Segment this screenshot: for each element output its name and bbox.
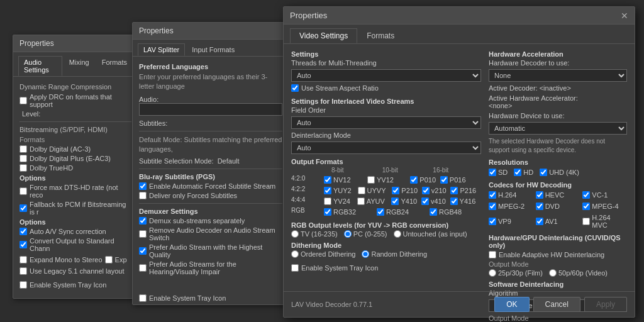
dithering-radio-group: Ordered Dithering Random Dithering <box>291 250 481 258</box>
tab-input-formats[interactable]: Input Formats <box>186 43 240 56</box>
main-enable-tray-checkbox[interactable] <box>291 264 299 272</box>
deinterlacing-select[interactable]: Auto <box>291 142 481 154</box>
chk-yuy2[interactable] <box>324 187 331 194</box>
expand-e-checkbox[interactable] <box>105 256 113 264</box>
chk-rgb24[interactable] <box>377 208 384 216</box>
convert-output-checkbox[interactable] <box>19 241 27 248</box>
field-order-select[interactable]: Auto <box>291 116 481 129</box>
cell-yv24: YV24 <box>324 196 356 206</box>
chk-v410[interactable] <box>421 197 429 205</box>
formats-header: 8-bit 10-bit 16-bit <box>291 167 481 174</box>
chk-rgb32[interactable] <box>324 208 331 216</box>
dialog2-enable-tray-checkbox[interactable] <box>139 294 147 302</box>
cell-rgb48: RGB48 <box>430 207 481 217</box>
hw-device-select[interactable]: Automatic <box>489 122 627 135</box>
chk-p216[interactable] <box>450 187 458 194</box>
hw-video-radio[interactable] <box>549 269 557 277</box>
codec-dvd-checkbox[interactable] <box>536 203 543 210</box>
codec-hevc-checkbox[interactable] <box>536 191 543 199</box>
tab-mixing[interactable]: Mixing <box>64 56 95 76</box>
codec-av1-checkbox[interactable] <box>536 218 543 225</box>
dolby-digital-checkbox[interactable] <box>19 145 27 153</box>
chk-nv12[interactable] <box>324 176 331 184</box>
demux-substreams-label: Demux sub-streams separately <box>149 217 245 225</box>
tab-video-settings[interactable]: Video Settings <box>290 28 357 43</box>
chk-p210[interactable] <box>392 187 399 194</box>
tab-formats-main[interactable]: Formats <box>357 28 404 43</box>
main-title: Properties <box>290 11 327 20</box>
res-hd-checkbox[interactable] <box>514 169 521 176</box>
hw-film-radio[interactable] <box>489 269 496 277</box>
tab-audio-settings[interactable]: Audio Settings <box>18 56 62 76</box>
force-dts-checkbox[interactable] <box>19 187 27 195</box>
random-dithering-radio[interactable] <box>362 250 369 258</box>
deliver-forced-checkbox[interactable] <box>139 192 147 199</box>
dolby-truehd-checkbox[interactable] <box>19 164 27 172</box>
ordered-dithering-radio[interactable] <box>291 250 299 258</box>
adaptive-hw-checkbox[interactable] <box>489 251 496 258</box>
row-rgb: RGB RGB32 RGB24 RGB48 <box>291 207 481 217</box>
legacy-51-row: Use Legacy 5.1 channel layout <box>19 267 131 275</box>
cancel-button[interactable]: Cancel <box>533 297 580 312</box>
interlaced-group: Settings for Interlaced Video Streams Fi… <box>291 97 481 154</box>
prefer-hearing-checkbox[interactable] <box>139 264 147 272</box>
chk-rgb48[interactable] <box>430 208 437 216</box>
ok-button[interactable]: OK <box>494 297 529 312</box>
tv-radio[interactable] <box>291 230 299 238</box>
prefer-highest-checkbox[interactable] <box>139 247 147 255</box>
tab-lav-splitter[interactable]: LAV Splitter <box>138 43 185 56</box>
chk-yv24[interactable] <box>324 197 331 205</box>
col-10bit: 10-bit <box>382 167 431 174</box>
chk-p010[interactable] <box>410 176 418 184</box>
pc-radio[interactable] <box>344 230 352 238</box>
bluray-title: Blu-ray Subtitles (PGS) <box>139 173 282 180</box>
threads-select[interactable]: Auto <box>291 69 481 82</box>
chk-yv12[interactable] <box>367 176 375 184</box>
legacy-51-checkbox[interactable] <box>19 267 27 275</box>
chk-v210[interactable] <box>422 187 430 194</box>
dolby-plus-checkbox[interactable] <box>19 155 27 162</box>
chk-y410[interactable] <box>391 197 399 205</box>
audio-input[interactable] <box>139 103 282 116</box>
codec-h264mvc-checkbox[interactable] <box>582 218 590 225</box>
enable-tray-checkbox[interactable] <box>19 281 27 289</box>
codec-h264-checkbox[interactable] <box>489 191 496 199</box>
chk-ayuv[interactable] <box>357 197 365 205</box>
label-422: 4:2:2 <box>291 186 323 196</box>
chk-uyvy[interactable] <box>358 187 365 194</box>
codec-vc1-checkbox[interactable] <box>582 191 590 199</box>
remove-audio-checkbox[interactable] <box>139 230 147 238</box>
av-sync-checkbox[interactable] <box>19 228 27 235</box>
auto-forced-checkbox[interactable] <box>139 182 147 190</box>
stream-aspect-checkbox[interactable] <box>291 84 299 92</box>
codecs-hw-checkboxes: H.264 HEVC VC-1 MPEG-2 DVD MPEG-4 VP9 AV… <box>489 190 627 230</box>
codec-dvd-label: DVD <box>536 203 578 210</box>
chk-y416[interactable] <box>450 197 458 205</box>
force-dts-label: Force max DTS-HD rate (not reco <box>30 184 131 199</box>
fallback-pcm-checkbox[interactable] <box>19 204 27 212</box>
hw-decoder-select[interactable]: None <box>489 69 627 82</box>
expand-mono-checkbox[interactable] <box>19 256 27 264</box>
close-button[interactable]: ✕ <box>621 11 628 20</box>
tab-formats[interactable]: Formats <box>96 56 133 76</box>
drc-checkbox[interactable] <box>19 97 27 104</box>
cell-yuy2: YUY2 <box>324 186 357 196</box>
codec-vp9-checkbox[interactable] <box>489 218 496 225</box>
subtitle-selection-label: Subtitle Selection Mode: <box>139 157 214 165</box>
dolby-plus-row: Dolby Digital Plus (E-AC3) <box>19 155 131 162</box>
pc-radio-label: PC (0-255) <box>344 230 387 238</box>
codec-h264-label: H.264 <box>489 191 531 199</box>
demux-substreams-checkbox[interactable] <box>139 217 147 225</box>
main-footer: LAV Video Decoder 0.77.1 OK Cancel Apply <box>284 291 635 317</box>
rgb-output-title: RGB Output levels (for YUV -> RGB conver… <box>291 221 481 229</box>
res-sd-checkbox[interactable] <box>489 169 496 176</box>
settings-title: Settings <box>291 50 481 58</box>
untouched-radio[interactable] <box>394 230 401 238</box>
apply-button[interactable]: Apply <box>584 297 627 312</box>
cell-ayuv: AYUV <box>357 196 391 206</box>
auto-forced-label: Enable Automatic Forced Subtitle Stream <box>149 182 275 190</box>
codec-mpeg2-checkbox[interactable] <box>489 203 496 210</box>
codec-mpeg4-checkbox[interactable] <box>582 203 590 210</box>
res-uhd-checkbox[interactable] <box>540 169 547 176</box>
chk-p016[interactable] <box>440 176 448 184</box>
